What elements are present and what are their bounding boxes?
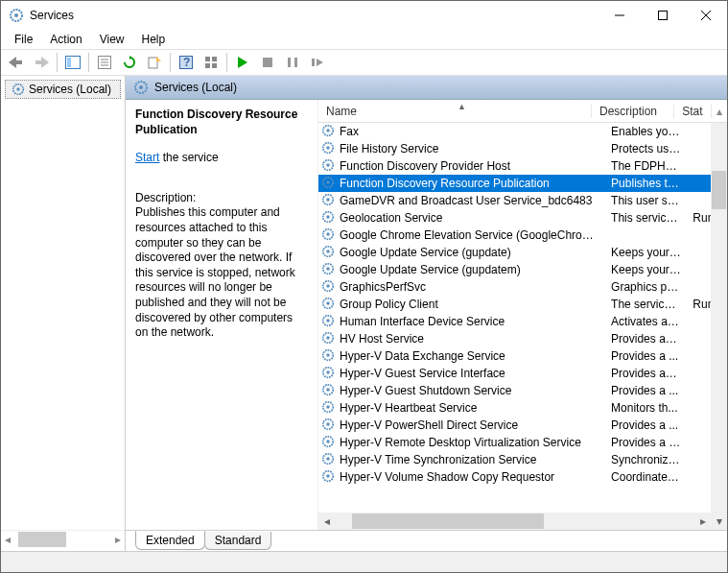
menu-help[interactable]: Help: [134, 31, 174, 48]
svg-point-76: [326, 474, 330, 478]
svg-point-56: [326, 301, 330, 305]
svg-rect-11: [67, 58, 71, 67]
forward-button[interactable]: [30, 51, 53, 74]
scroll-right-icon[interactable]: ▸: [111, 533, 125, 546]
service-name-cell: Hyper-V Volume Shadow Copy Requestor: [340, 470, 603, 484]
scroll-thumb[interactable]: [18, 532, 66, 547]
tree-root-item[interactable]: Services (Local): [5, 80, 121, 99]
svg-point-68: [326, 405, 330, 409]
service-row[interactable]: Hyper-V PowerShell Direct ServiceProvide…: [318, 417, 727, 434]
minimize-button[interactable]: [598, 1, 641, 30]
scroll-left-icon[interactable]: ◂: [1, 533, 14, 546]
service-desc-cell: Activates an...: [603, 315, 689, 328]
stop-service-button[interactable]: [256, 51, 279, 74]
service-name-cell: Hyper-V Heartbeat Service: [340, 401, 603, 415]
hscroll-thumb[interactable]: [352, 513, 544, 529]
gear-icon: [321, 141, 337, 156]
service-row[interactable]: GraphicsPerfSvcGraphics pe...: [318, 278, 727, 296]
svg-point-58: [326, 319, 330, 322]
scroll-down-icon[interactable]: ▾: [711, 514, 727, 528]
svg-rect-17: [149, 58, 157, 68]
service-row[interactable]: Hyper-V Volume Shadow Copy RequestorCoor…: [318, 468, 727, 486]
service-row[interactable]: HV Host ServiceProvides an ...: [318, 330, 727, 347]
column-status[interactable]: Stat: [674, 105, 712, 118]
scroll-left-icon[interactable]: ◂: [318, 514, 335, 528]
restart-service-button[interactable]: [306, 51, 329, 74]
gear-icon: [321, 418, 337, 433]
toolbar-separator: [170, 53, 171, 72]
service-desc-cell: Monitors th...: [603, 401, 689, 415]
start-service-button[interactable]: [231, 51, 254, 74]
gear-icon: [321, 279, 337, 295]
content-header: Services (Local): [126, 76, 727, 100]
svg-point-74: [326, 457, 330, 461]
detail-pane: Function Discovery Resource Publication …: [126, 100, 317, 530]
service-row[interactable]: Human Interface Device ServiceActivates …: [318, 313, 727, 330]
service-row[interactable]: Google Chrome Elevation Service (GoogleC…: [318, 227, 727, 244]
large-icons-button[interactable]: [200, 51, 223, 74]
menu-file[interactable]: File: [7, 31, 40, 48]
menu-action[interactable]: Action: [42, 31, 89, 48]
maximize-button[interactable]: [641, 1, 684, 30]
show-hide-tree-button[interactable]: [61, 51, 84, 74]
vscroll-thumb[interactable]: [712, 171, 726, 209]
menu-view[interactable]: View: [92, 31, 132, 48]
properties-button[interactable]: [93, 51, 116, 74]
toolbar-separator: [57, 53, 58, 72]
gear-icon: [321, 452, 337, 467]
service-desc-cell: Synchronize...: [603, 453, 689, 466]
svg-point-60: [326, 336, 330, 340]
svg-rect-23: [205, 63, 210, 68]
service-row[interactable]: Geolocation ServiceThis service ...Runn: [318, 209, 727, 227]
service-row[interactable]: Group Policy ClientThe service i...Runn: [318, 296, 727, 313]
pause-service-button[interactable]: [281, 51, 304, 74]
vscrollbar[interactable]: [711, 123, 727, 513]
svg-rect-27: [288, 58, 291, 67]
hscrollbar[interactable]: ◂ ▸ ▾: [318, 513, 727, 530]
tab-standard[interactable]: Standard: [204, 532, 272, 550]
close-button[interactable]: [684, 1, 727, 30]
scroll-right-icon[interactable]: ▸: [694, 514, 711, 528]
help-button[interactable]: ?: [175, 51, 198, 74]
content-header-title: Services (Local): [154, 81, 237, 94]
service-row[interactable]: Hyper-V Remote Desktop Virtualization Se…: [318, 434, 727, 451]
refresh-button[interactable]: [118, 51, 141, 74]
service-row[interactable]: Google Update Service (gupdate)Keeps you…: [318, 244, 727, 261]
scroll-up-icon[interactable]: ▴: [712, 105, 727, 118]
back-button[interactable]: [5, 51, 28, 74]
service-row[interactable]: Hyper-V Data Exchange ServiceProvides a …: [318, 347, 727, 365]
service-row[interactable]: File History ServiceProtects use...: [318, 140, 727, 157]
service-row[interactable]: Function Discovery Provider HostThe FDPH…: [318, 157, 727, 175]
svg-point-32: [16, 87, 20, 91]
gear-icon: [321, 176, 337, 191]
service-desc-cell: The service i...: [603, 298, 689, 311]
service-row[interactable]: Function Discovery Resource PublicationP…: [318, 175, 727, 192]
service-row[interactable]: GameDVR and Broadcast User Service_bdc64…: [318, 192, 727, 209]
service-name-cell: GameDVR and Broadcast User Service_bdc64…: [340, 194, 603, 207]
gear-icon: [12, 83, 25, 96]
start-suffix: the service: [159, 151, 218, 164]
service-row[interactable]: Hyper-V Guest Service InterfaceProvides …: [318, 365, 727, 382]
service-row[interactable]: Google Update Service (gupdatem)Keeps yo…: [318, 261, 727, 278]
column-description[interactable]: Description: [592, 105, 674, 118]
service-row[interactable]: FaxEnables you...: [318, 123, 727, 140]
service-row[interactable]: Hyper-V Time Synchronization ServiceSync…: [318, 451, 727, 468]
toolbar: ?: [1, 49, 727, 76]
svg-point-46: [326, 215, 330, 219]
list-header: Name ▲ Description Stat ▴: [318, 100, 727, 123]
tree-pane: Services (Local) ◂ ▸: [1, 76, 126, 551]
service-name-cell: Hyper-V Remote Desktop Virtualization Se…: [340, 436, 603, 449]
svg-rect-24: [212, 63, 217, 68]
service-desc-cell: Coordinates...: [603, 470, 689, 484]
tree-hscrollbar[interactable]: ◂ ▸: [1, 530, 125, 547]
service-row[interactable]: Hyper-V Guest Shutdown ServiceProvides a…: [318, 382, 727, 399]
start-service-link[interactable]: Start: [135, 151, 159, 164]
gear-icon: [321, 331, 337, 346]
svg-point-54: [326, 284, 330, 288]
service-row[interactable]: Hyper-V Heartbeat ServiceMonitors th...: [318, 399, 727, 417]
gear-icon: [321, 314, 337, 329]
column-name[interactable]: Name: [318, 105, 592, 118]
service-name-cell: Google Update Service (gupdatem): [340, 263, 603, 276]
tab-extended[interactable]: Extended: [135, 531, 205, 550]
export-button[interactable]: [143, 51, 166, 74]
